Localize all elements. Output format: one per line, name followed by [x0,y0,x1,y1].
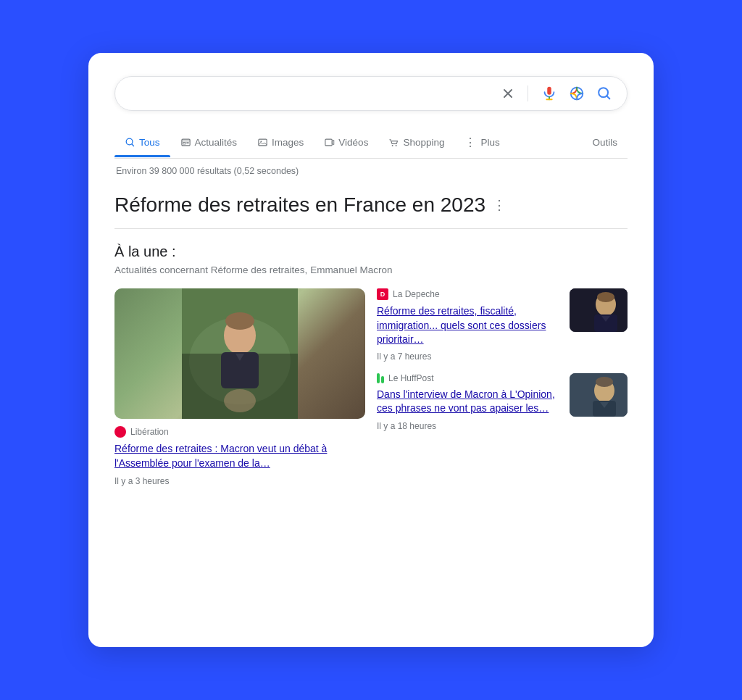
source-liberation-row: Libération [114,426,365,438]
ladepeche-source-name: La Depeche [393,289,440,299]
topic-title-text: Réforme des retraites en France en 2023 [114,193,485,217]
news-subtitle-text: Actualités concernant Réforme des retrai… [114,264,392,275]
liberation-logo [114,426,126,438]
svg-point-10 [396,145,397,146]
huffpost-source-name: Le HuffPost [388,373,433,383]
tab-image-icon [257,137,268,148]
tab-actualites[interactable]: Actualités [170,130,248,157]
article-liberation-image [114,288,365,419]
browser-card: réforme des retraites [88,53,654,647]
clear-button[interactable] [500,86,516,101]
article-huffpost: Le HuffPost Dans l'interview de Macron à… [377,373,628,431]
tab-outils-label: Outils [592,137,617,148]
result-stats-text: Environ 39 800 000 résultats (0,52 secon… [116,166,299,176]
tab-tous-label: Tous [139,137,160,148]
ladepeche-content: D La Depeche Réforme des retraites, fisc… [377,288,562,347]
tab-actualites-label: Actualités [195,137,238,148]
search-bar: réforme des retraites [114,76,628,111]
close-icon [501,87,514,100]
article-liberation: Libération Réforme des retraites : Macro… [114,288,365,486]
tab-more-dots: ⋮ [464,136,477,149]
ladepeche-logo: D [377,288,388,300]
ladepeche-article-link[interactable]: Réforme des retraites, fiscalité, immigr… [377,305,546,345]
tab-tous[interactable]: Tous [114,130,170,157]
search-divider [528,86,528,101]
search-magnifier-icon [596,86,612,101]
ladepeche-header: D La Depeche Réforme des retraites, fisc… [377,288,628,347]
tab-plus-label: Plus [480,137,499,148]
tab-video-icon [324,137,335,148]
article-ladepeche: D La Depeche Réforme des retraites, fisc… [377,288,628,362]
huffpost-article-link[interactable]: Dans l'interview de Macron à L'Opinion, … [377,388,555,414]
liberation-logo-icon [117,428,124,436]
tab-search-icon [125,137,136,148]
tab-shopping-label: Shopping [403,137,444,148]
ladepeche-article-image [570,288,628,332]
news-section-title: À la une : [114,243,628,260]
lens-icon [569,86,585,101]
tab-shopping-icon [388,137,399,148]
huffpost-article-time: Il y a 18 heures [377,421,628,431]
tab-outils[interactable]: Outils [582,130,628,157]
huffpost-logo [377,373,384,383]
right-articles: D La Depeche Réforme des retraites, fisc… [377,288,628,431]
huffpost-article-image [570,373,628,417]
svg-point-7 [260,141,262,142]
tab-videos-label: Vidéos [338,137,368,148]
news-section-title-text: À la une : [114,243,176,259]
tab-plus[interactable]: ⋮ Plus [454,128,509,158]
microphone-button[interactable] [540,84,559,103]
liberation-article-time: Il y a 3 heures [114,476,365,486]
more-options-button[interactable]: ⋮ [493,197,506,213]
svg-point-9 [392,145,393,146]
tab-shopping[interactable]: Shopping [378,130,454,157]
svg-rect-0 [547,87,551,95]
search-button[interactable] [595,84,614,103]
svg-point-22 [597,292,614,302]
huffpost-source-row: Le HuffPost [377,373,562,383]
topic-divider [114,228,628,229]
search-icons [500,84,614,103]
topic-title: Réforme des retraites en France en 2023 … [114,193,628,217]
news-section: À la une : Actualités concernant Réforme… [114,243,628,486]
liberation-source-name: Libération [130,427,169,437]
ladepeche-source-row: D La Depeche [377,288,562,300]
search-input[interactable]: réforme des retraites [128,87,500,100]
news-grid: Libération Réforme des retraites : Macro… [114,288,628,486]
tab-images[interactable]: Images [247,130,314,157]
svg-rect-8 [325,139,332,146]
tab-videos[interactable]: Vidéos [314,130,378,157]
macron-silhouette [182,288,298,419]
huffpost-content: Le HuffPost Dans l'interview de Macron à… [377,373,562,416]
svg-point-18 [117,428,124,436]
tab-news-icon [180,137,191,148]
macron-img2 [570,373,628,417]
macron-img1 [570,288,628,332]
lens-button[interactable] [567,84,586,103]
liberation-article-link[interactable]: Réforme des retraites : Macron veut un d… [114,442,365,470]
svg-point-17 [224,389,256,412]
svg-rect-5 [183,143,185,145]
svg-point-16 [225,312,254,330]
nav-tabs: Tous Actualités Images Vidéos [114,128,628,159]
news-subtitle: Actualités concernant Réforme des retrai… [114,264,628,275]
microphone-icon [541,86,557,101]
svg-point-26 [596,377,613,387]
huffpost-header: Le HuffPost Dans l'interview de Macron à… [377,373,628,417]
result-stats: Environ 39 800 000 résultats (0,52 secon… [114,166,628,176]
ladepeche-article-time: Il y a 7 heures [377,351,628,362]
tab-images-label: Images [272,137,304,148]
